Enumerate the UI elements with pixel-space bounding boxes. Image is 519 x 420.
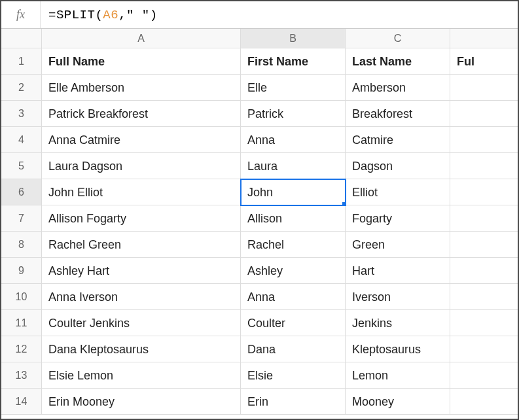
formula-cellref: A6 (103, 8, 118, 22)
select-all-corner[interactable] (1, 29, 42, 48)
cell[interactable]: Laura Dagson (42, 153, 241, 179)
cell[interactable]: Erin Mooney (42, 389, 241, 415)
row-header[interactable]: 10 (1, 284, 42, 310)
cell-C1[interactable]: Last Name (346, 48, 450, 75)
formula-bar: fx =SPLIT(A6," ") (1, 1, 518, 29)
cell[interactable] (450, 232, 518, 258)
row-header[interactable]: 6 (1, 179, 42, 205)
cell[interactable] (450, 205, 518, 232)
col-header-C[interactable]: C (346, 29, 450, 48)
cell[interactable]: Elsie (241, 362, 346, 389)
cell[interactable] (450, 75, 518, 101)
cell[interactable]: Green (346, 232, 450, 258)
cell[interactable]: Allison Fogarty (42, 205, 241, 232)
cell[interactable]: Dana Kleptosaurus (42, 336, 241, 362)
cell[interactable] (450, 389, 518, 415)
cell[interactable]: Iverson (346, 284, 450, 310)
cell[interactable] (450, 336, 518, 362)
cell[interactable] (450, 127, 518, 153)
fx-icon[interactable]: fx (1, 1, 41, 28)
cell[interactable] (450, 153, 518, 179)
cell[interactable]: Rachel (241, 232, 346, 258)
cell[interactable]: Anna Catmire (42, 127, 241, 153)
cell-selected[interactable]: John (241, 179, 346, 205)
cell[interactable]: Coulter Jenkins (42, 310, 241, 336)
col-header-D[interactable] (450, 29, 518, 48)
cell[interactable] (450, 362, 518, 389)
row-header[interactable]: 11 (1, 310, 42, 336)
cell-A1[interactable]: Full Name (42, 48, 241, 75)
cell[interactable]: Elsie Lemon (42, 362, 241, 389)
row-header[interactable]: 2 (1, 75, 42, 101)
cell[interactable]: Erin (241, 389, 346, 415)
cell[interactable]: Catmire (346, 127, 450, 153)
col-header-A[interactable]: A (42, 29, 241, 48)
cell[interactable] (450, 179, 518, 205)
cell[interactable]: Dana (241, 336, 346, 362)
cell[interactable]: Amberson (346, 75, 450, 101)
cell[interactable] (450, 310, 518, 336)
row-header[interactable]: 7 (1, 205, 42, 232)
cell[interactable]: Ashley Hart (42, 258, 241, 284)
formula-input[interactable]: =SPLIT(A6," ") (41, 1, 518, 28)
row-header[interactable]: 5 (1, 153, 42, 179)
cell[interactable]: Anna (241, 284, 346, 310)
cell[interactable]: Patrick (241, 101, 346, 127)
cell[interactable]: Allison (241, 205, 346, 232)
row-header[interactable]: 13 (1, 362, 42, 389)
cell[interactable]: Kleptosaurus (346, 336, 450, 362)
row-header[interactable]: 14 (1, 389, 42, 415)
row-header[interactable]: 3 (1, 101, 42, 127)
row-header[interactable]: 4 (1, 127, 42, 153)
cell[interactable]: Coulter (241, 310, 346, 336)
cell[interactable]: Hart (346, 258, 450, 284)
formula-prefix: =SPLIT( (48, 8, 103, 22)
formula-suffix: ," ") (118, 8, 158, 22)
row-header[interactable]: 12 (1, 336, 42, 362)
cell[interactable]: Anna (241, 127, 346, 153)
cell[interactable]: Fogarty (346, 205, 450, 232)
cell[interactable] (450, 284, 518, 310)
row-header[interactable]: 1 (1, 48, 42, 75)
cell[interactable]: Elle (241, 75, 346, 101)
cell[interactable]: Anna Iverson (42, 284, 241, 310)
cell[interactable]: Rachel Green (42, 232, 241, 258)
cell-B1[interactable]: First Name (241, 48, 346, 75)
cell[interactable] (450, 258, 518, 284)
cell[interactable]: Dagson (346, 153, 450, 179)
cell[interactable]: Ashley (241, 258, 346, 284)
cell-D1[interactable]: Ful (450, 48, 518, 75)
cell[interactable]: Mooney (346, 389, 450, 415)
row-header[interactable]: 9 (1, 258, 42, 284)
cell[interactable]: Jenkins (346, 310, 450, 336)
cell[interactable]: John Elliot (42, 179, 241, 205)
row-header[interactable]: 8 (1, 232, 42, 258)
spreadsheet-grid: A B C 1 Full Name First Name Last Name F… (1, 29, 518, 415)
cell[interactable]: Elle Amberson (42, 75, 241, 101)
cell[interactable] (450, 101, 518, 127)
cell[interactable]: Patrick Breakforest (42, 101, 241, 127)
cell[interactable]: Lemon (346, 362, 450, 389)
cell[interactable]: Laura (241, 153, 346, 179)
cell[interactable]: Breakforest (346, 101, 450, 127)
cell[interactable]: Elliot (346, 179, 450, 205)
col-header-B[interactable]: B (241, 29, 346, 48)
